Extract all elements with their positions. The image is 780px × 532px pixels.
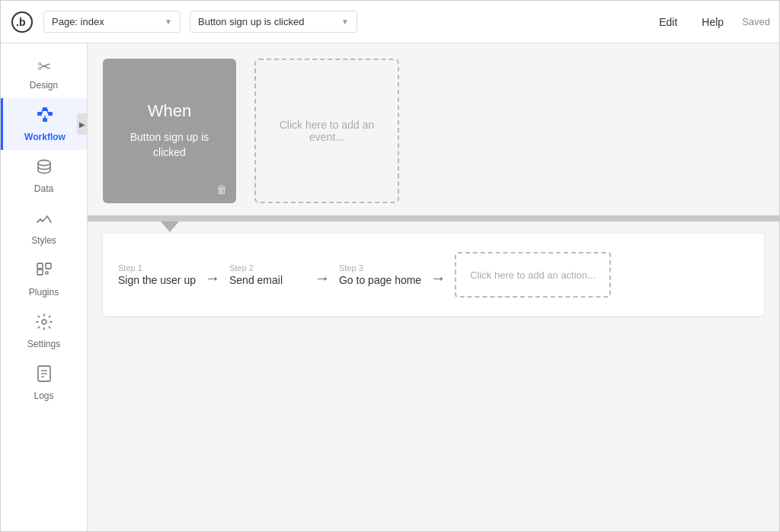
svg-point-9	[38, 161, 50, 166]
step-item-3[interactable]: Step 3 Go to page home	[339, 263, 421, 286]
step-item-2[interactable]: Step 2 Send email	[229, 263, 305, 286]
step-1-name: Sign the user up	[118, 274, 196, 286]
step-3-label: Step 3	[339, 263, 421, 272]
saved-label: Saved	[742, 16, 770, 27]
help-button[interactable]: Help	[695, 13, 730, 31]
svg-text:.b: .b	[16, 16, 25, 28]
workflow-selector[interactable]: Button sign up is clicked ▼	[190, 11, 357, 33]
svg-rect-4	[48, 112, 53, 116]
svg-rect-10	[37, 269, 43, 275]
sidebar-item-data[interactable]: Data	[1, 150, 87, 202]
divider-arrow	[161, 221, 179, 232]
sidebar: ✂ Design Workflow ▶	[1, 43, 88, 531]
arrow-3: →	[430, 269, 446, 287]
step-3-name: Go to page home	[339, 274, 421, 286]
sidebar-item-logs[interactable]: Logs	[1, 357, 87, 409]
svg-rect-12	[46, 272, 48, 274]
sidebar-item-plugins[interactable]: Plugins	[1, 253, 87, 305]
sidebar-item-label-workflow: Workflow	[24, 132, 66, 142]
page-selector-chevron: ▼	[165, 18, 172, 26]
svg-rect-11	[46, 263, 51, 269]
workflow-selector-chevron: ▼	[341, 18, 349, 26]
steps-section: Step 1 Sign the user up → Step 2 Send em…	[103, 234, 764, 316]
workflow-icon	[36, 106, 54, 129]
add-action-label: Click here to add an action...	[470, 269, 596, 281]
top-bar-actions: Edit Help Saved	[653, 13, 770, 31]
sidebar-expand-button[interactable]: ▶	[77, 113, 88, 135]
step-2-label: Step 2	[229, 263, 305, 272]
step-item-1[interactable]: Step 1 Sign the user up	[118, 263, 196, 286]
when-subtitle: Button sign up is clicked	[115, 130, 224, 160]
step-1-label: Step 1	[118, 263, 196, 272]
delete-trigger-icon[interactable]: 🗑	[216, 183, 227, 196]
sidebar-item-label-styles: Styles	[31, 235, 56, 246]
content-area: When Button sign up is clicked 🗑 Click h…	[88, 43, 779, 531]
workflow-selector-label: Button sign up is clicked	[198, 16, 304, 27]
sidebar-item-label-logs: Logs	[34, 390, 53, 401]
step-2-name: Send email	[229, 274, 305, 286]
workflow-canvas: When Button sign up is clicked 🗑 Click h…	[88, 43, 779, 531]
arrow-2: →	[315, 269, 330, 287]
sidebar-item-label-settings: Settings	[27, 339, 60, 349]
sidebar-item-styles[interactable]: Styles	[1, 202, 87, 253]
page-selector-label: Page: index	[52, 16, 104, 27]
scissors-icon: ✂	[37, 57, 51, 77]
svg-rect-13	[37, 263, 43, 269]
svg-line-6	[42, 110, 43, 114]
svg-rect-3	[43, 107, 47, 111]
data-icon	[35, 158, 53, 180]
add-event-label: Click here to add an event...	[271, 119, 382, 143]
add-event-block[interactable]: Click here to add an event...	[254, 59, 399, 203]
brand-logo: .b	[10, 10, 34, 34]
plugins-icon	[35, 261, 53, 284]
arrow-1: →	[205, 269, 220, 287]
svg-line-7	[47, 110, 48, 114]
svg-rect-5	[43, 118, 47, 122]
when-block[interactable]: When Button sign up is clicked 🗑	[103, 59, 236, 203]
edit-button[interactable]: Edit	[653, 13, 683, 31]
sidebar-item-design[interactable]: ✂ Design	[1, 49, 87, 98]
sidebar-item-label-design: Design	[30, 80, 58, 91]
section-divider	[88, 215, 779, 221]
trigger-section: When Button sign up is clicked 🗑 Click h…	[103, 59, 764, 203]
page-selector[interactable]: Page: index ▼	[43, 11, 181, 33]
sidebar-item-settings[interactable]: Settings	[1, 305, 87, 357]
svg-rect-2	[37, 112, 42, 116]
styles-icon	[35, 209, 53, 232]
sidebar-item-workflow[interactable]: Workflow ▶	[1, 98, 87, 150]
sidebar-item-label-data: Data	[34, 183, 53, 194]
logs-icon	[35, 365, 53, 387]
main-layout: ✂ Design Workflow ▶	[1, 43, 779, 531]
when-title: When	[148, 101, 191, 121]
svg-point-14	[42, 320, 46, 324]
top-bar: .b Page: index ▼ Button sign up is click…	[1, 1, 779, 43]
settings-icon	[35, 313, 53, 336]
sidebar-item-label-plugins: Plugins	[29, 287, 59, 298]
add-action-block[interactable]: Click here to add an action...	[455, 252, 611, 298]
